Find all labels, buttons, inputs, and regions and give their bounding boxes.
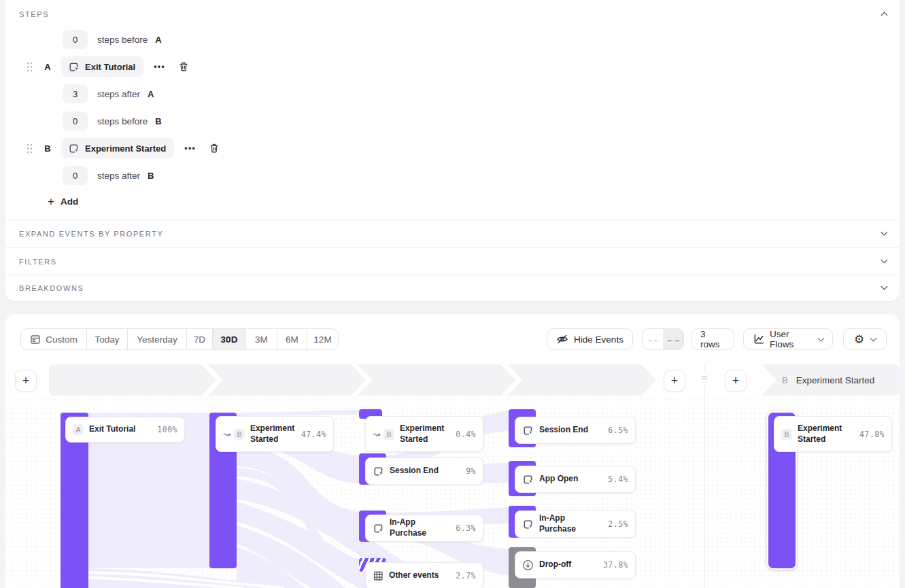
- column-width-toggle: →← ←→: [642, 328, 684, 350]
- step-b-badge: B: [234, 429, 245, 440]
- step-a-trash-icon[interactable]: [178, 61, 189, 72]
- node-card-exit-tutorial[interactable]: A Exit Tutorial 100%: [65, 417, 185, 443]
- node-percent: 0.4%: [456, 430, 476, 439]
- rows-count-label: 3 rows: [700, 329, 725, 349]
- date-range-label: Custom: [46, 334, 78, 345]
- node-percent: 5.4%: [608, 474, 628, 484]
- hide-events-button[interactable]: Hide Events: [547, 328, 633, 350]
- date-range-label: Today: [95, 334, 119, 345]
- grid-icon: [373, 570, 383, 581]
- date-range-label: 6M: [286, 334, 298, 345]
- node-percent: 6.5%: [608, 426, 628, 435]
- step-a-badge: A: [73, 424, 84, 435]
- steps-before-b-row: 0 steps before B: [63, 111, 162, 131]
- step-b-row: B Experiment Started •••: [27, 138, 220, 158]
- step-band-b[interactable]: [762, 364, 900, 396]
- node-card-app-open[interactable]: App Open 5.4%: [515, 466, 636, 493]
- step-header-bands: [0, 364, 905, 396]
- date-range-12m[interactable]: 12M: [307, 329, 338, 349]
- steps-before-label: steps before: [97, 116, 148, 126]
- node-name: Experiment Started: [400, 423, 450, 445]
- node-percent: 100%: [157, 425, 177, 434]
- step-b-more-options[interactable]: •••: [184, 143, 196, 153]
- date-range-7d[interactable]: 7D: [186, 329, 212, 349]
- node-card-other-events[interactable]: Other events 2.7%: [365, 562, 483, 588]
- calendar-icon: [30, 334, 41, 345]
- steps-panel: STEPS 0 steps before A A Exit Tutorial •…: [5, 0, 900, 301]
- eye-off-icon: [556, 333, 568, 345]
- node-percent: 2.5%: [608, 519, 628, 529]
- settings-button[interactable]: ⚙: [843, 328, 887, 350]
- node-card-experiment-started[interactable]: ↝ B Experiment Started 47.4%: [216, 416, 334, 452]
- node-card-drop-off[interactable]: Drop-off 37.8%: [515, 551, 636, 578]
- add-step-before-b-button[interactable]: +: [725, 370, 747, 392]
- step-band-3[interactable]: [358, 364, 515, 396]
- cursor-click-icon: [522, 474, 534, 485]
- section-expand-events[interactable]: EXPAND EVENTS BY PROPERTY: [5, 220, 900, 247]
- chevron-down-icon[interactable]: [881, 257, 888, 264]
- step-ref-a: A: [148, 89, 154, 99]
- step-b-badge: B: [383, 429, 394, 440]
- node-percent: 9%: [466, 466, 476, 476]
- step-band-4[interactable]: [507, 364, 656, 396]
- add-step-label: Add: [61, 196, 78, 207]
- node-card-session-end[interactable]: Session End 9%: [365, 457, 483, 485]
- date-range-yesterday[interactable]: Yesterday: [127, 329, 186, 349]
- date-range-label: Yesterday: [137, 334, 177, 345]
- rows-count-button[interactable]: 3 rows: [691, 328, 734, 350]
- add-step-button[interactable]: + Add: [48, 196, 78, 207]
- step-band-a[interactable]: [49, 364, 216, 396]
- chevron-down-icon: [818, 335, 825, 342]
- step-a-more-options[interactable]: •••: [154, 62, 165, 71]
- line-chart-icon: [753, 333, 764, 345]
- steps-after-a-input[interactable]: 3: [63, 84, 88, 103]
- node-card-experiment-started-0-4[interactable]: ↝ B Experiment Started 0.4%: [365, 416, 483, 452]
- steps-before-b-input[interactable]: 0: [63, 111, 88, 131]
- date-range-label: 7D: [194, 334, 205, 345]
- node-card-experiment-started-b[interactable]: B Experiment Started 47.8%: [774, 416, 892, 452]
- date-range-custom[interactable]: Custom: [21, 329, 86, 349]
- step-a-event-button[interactable]: Exit Tutorial: [61, 56, 143, 77]
- steps-after-a-row: 3 steps after A: [63, 84, 154, 103]
- collapse-steps-chevron-up-icon[interactable]: [881, 12, 888, 19]
- node-card-in-app-purchase-2[interactable]: In-App Purchase 2.5%: [515, 511, 636, 538]
- step-a-event-label: Exit Tutorial: [85, 62, 135, 72]
- hide-events-label: Hide Events: [574, 334, 624, 345]
- section-filters[interactable]: FILTERS: [5, 247, 900, 275]
- expand-columns-icon[interactable]: ←→: [663, 329, 683, 349]
- date-range-label: 30D: [221, 334, 238, 345]
- date-range-6m[interactable]: 6M: [277, 329, 307, 349]
- node-name: Experiment Started: [798, 423, 854, 445]
- date-range-3m[interactable]: 3M: [245, 329, 277, 349]
- step-b-letter: B: [44, 143, 52, 154]
- cursor-click-icon: [68, 61, 80, 73]
- date-range-label: 3M: [255, 334, 268, 345]
- step-b-event-button[interactable]: Experiment Started: [61, 138, 174, 158]
- date-range-30d-selected[interactable]: 30D: [212, 329, 245, 349]
- steps-before-a-input[interactable]: 0: [63, 30, 88, 49]
- steps-after-label: steps after: [97, 89, 140, 99]
- cursor-click-icon: [68, 143, 80, 154]
- collapse-columns-icon[interactable]: →←: [643, 329, 663, 349]
- drag-handle-icon[interactable]: [27, 62, 33, 72]
- chevron-down-icon[interactable]: [881, 229, 888, 236]
- view-type-button[interactable]: User Flows: [743, 328, 833, 350]
- node-card-session-end-2[interactable]: Session End 6.5%: [515, 417, 636, 444]
- drop-off-arrow-icon: [522, 559, 534, 571]
- add-step-middle-button[interactable]: +: [664, 370, 685, 392]
- section-breakdowns[interactable]: BREAKDOWNS: [5, 275, 900, 301]
- date-range-today[interactable]: Today: [86, 329, 127, 349]
- step-a-row: A Exit Tutorial •••: [27, 56, 189, 77]
- gear-icon: ⚙: [854, 334, 864, 345]
- node-percent: 47.4%: [301, 430, 326, 439]
- steps-after-b-input[interactable]: 0: [63, 166, 88, 185]
- chevron-down-icon[interactable]: [881, 283, 888, 290]
- step-band-2[interactable]: [208, 364, 366, 396]
- drag-handle-icon[interactable]: [27, 143, 33, 154]
- step-b-trash-icon[interactable]: [209, 143, 220, 154]
- plus-icon: +: [48, 196, 54, 207]
- node-name: Session End: [539, 425, 602, 436]
- node-card-in-app-purchase[interactable]: In-App Purchase 6.3%: [365, 515, 483, 542]
- section-breakdowns-label: BREAKDOWNS: [19, 284, 84, 292]
- node-name: Session End: [390, 466, 460, 477]
